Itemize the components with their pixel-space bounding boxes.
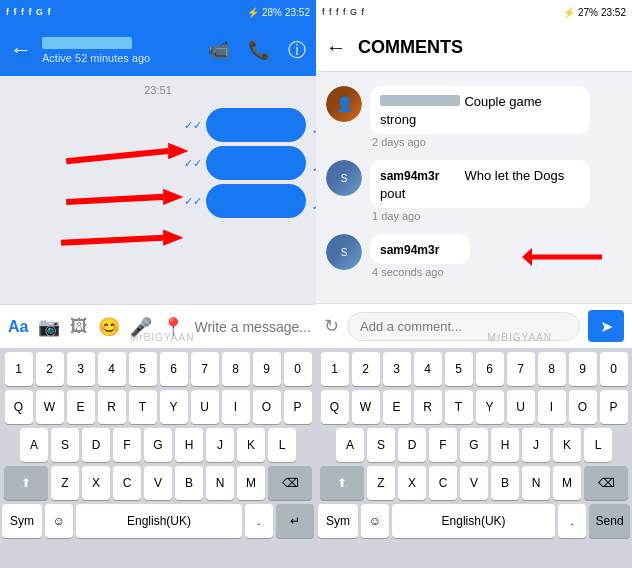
r-key-b[interactable]: B — [491, 466, 519, 500]
comment-refresh-icon[interactable]: ↻ — [324, 315, 339, 337]
r-key-e[interactable]: E — [383, 390, 411, 424]
r-key-l[interactable]: L — [584, 428, 612, 462]
key-i[interactable]: I — [222, 390, 250, 424]
r-key-n[interactable]: N — [522, 466, 550, 500]
key-o[interactable]: O — [253, 390, 281, 424]
send-button[interactable]: ➤ — [588, 310, 624, 342]
r-key-i[interactable]: I — [538, 390, 566, 424]
aa-button[interactable]: Aa — [8, 318, 28, 336]
key-h[interactable]: H — [175, 428, 203, 462]
key-c[interactable]: C — [113, 466, 141, 500]
key-q[interactable]: Q — [5, 390, 33, 424]
delete-key[interactable]: ⌫ — [268, 466, 312, 500]
r-key-m[interactable]: M — [553, 466, 581, 500]
photo-icon[interactable]: 🖼 — [70, 316, 88, 337]
key-z[interactable]: Z — [51, 466, 79, 500]
r-send-key[interactable]: Send — [589, 504, 630, 538]
r-key-a[interactable]: A — [336, 428, 364, 462]
r-sym-key[interactable]: Sym — [318, 504, 358, 538]
emoji-icon[interactable]: 😊 — [98, 316, 120, 338]
key-t[interactable]: T — [129, 390, 157, 424]
key-b[interactable]: B — [175, 466, 203, 500]
r-key-y[interactable]: Y — [476, 390, 504, 424]
r-key-q[interactable]: Q — [321, 390, 349, 424]
space-key[interactable]: English(UK) — [76, 504, 242, 538]
r-key-f[interactable]: F — [429, 428, 457, 462]
r-key-3[interactable]: 3 — [383, 352, 411, 386]
key-3[interactable]: 3 — [67, 352, 95, 386]
key-5[interactable]: 5 — [129, 352, 157, 386]
message-input-field[interactable] — [194, 319, 316, 335]
key-n[interactable]: N — [206, 466, 234, 500]
key-2[interactable]: 2 — [36, 352, 64, 386]
key-k[interactable]: K — [237, 428, 265, 462]
key-r[interactable]: R — [98, 390, 126, 424]
key-f[interactable]: F — [113, 428, 141, 462]
r-key-h[interactable]: H — [491, 428, 519, 462]
r-key-c[interactable]: C — [429, 466, 457, 500]
key-y[interactable]: Y — [160, 390, 188, 424]
r-key-1[interactable]: 1 — [321, 352, 349, 386]
video-call-icon[interactable]: 📹 — [208, 39, 230, 61]
r-key-p[interactable]: P — [600, 390, 628, 424]
r-key-6[interactable]: 6 — [476, 352, 504, 386]
r-key-o[interactable]: O — [569, 390, 597, 424]
r-shift-key[interactable]: ⬆ — [320, 466, 364, 500]
key-v[interactable]: V — [144, 466, 172, 500]
back-button-left[interactable]: ← — [10, 37, 32, 63]
status-bar-right: f f f f G f ⚡ 27% 23:52 — [316, 0, 632, 24]
back-button-right[interactable]: ← — [326, 36, 346, 59]
r-key-9[interactable]: 9 — [569, 352, 597, 386]
r-key-8[interactable]: 8 — [538, 352, 566, 386]
key-6[interactable]: 6 — [160, 352, 188, 386]
key-1[interactable]: 1 — [5, 352, 33, 386]
r-key-v[interactable]: V — [460, 466, 488, 500]
r-key-2[interactable]: 2 — [352, 352, 380, 386]
r-key-x[interactable]: X — [398, 466, 426, 500]
key-0[interactable]: 0 — [284, 352, 312, 386]
key-e[interactable]: E — [67, 390, 95, 424]
r-key-d[interactable]: D — [398, 428, 426, 462]
key-4[interactable]: 4 — [98, 352, 126, 386]
phone-call-icon[interactable]: 📞 — [248, 39, 270, 61]
key-8[interactable]: 8 — [222, 352, 250, 386]
enter-key[interactable]: ↵ — [276, 504, 314, 538]
emoji-key[interactable]: ☺ — [45, 504, 73, 538]
r-key-r[interactable]: R — [414, 390, 442, 424]
key-p[interactable]: P — [284, 390, 312, 424]
r-key-4[interactable]: 4 — [414, 352, 442, 386]
r-key-s[interactable]: S — [367, 428, 395, 462]
key-9[interactable]: 9 — [253, 352, 281, 386]
key-u[interactable]: U — [191, 390, 219, 424]
r-emoji-key[interactable]: ☺ — [361, 504, 389, 538]
key-7[interactable]: 7 — [191, 352, 219, 386]
key-d[interactable]: D — [82, 428, 110, 462]
r-delete-key[interactable]: ⌫ — [584, 466, 628, 500]
r-key-w[interactable]: W — [352, 390, 380, 424]
r-key-0[interactable]: 0 — [600, 352, 628, 386]
sym-key[interactable]: Sym — [2, 504, 42, 538]
r-key-5[interactable]: 5 — [445, 352, 473, 386]
key-s[interactable]: S — [51, 428, 79, 462]
key-w[interactable]: W — [36, 390, 64, 424]
camera-icon[interactable]: 📷 — [38, 316, 60, 338]
r-key-u[interactable]: U — [507, 390, 535, 424]
shift-key[interactable]: ⬆ — [4, 466, 48, 500]
kb-bottom-row: Sym ☺ English(UK) . ↵ — [2, 504, 314, 538]
r-space-key[interactable]: English(UK) — [392, 504, 555, 538]
key-g[interactable]: G — [144, 428, 172, 462]
key-m[interactable]: M — [237, 466, 265, 500]
key-l[interactable]: L — [268, 428, 296, 462]
period-key[interactable]: . — [245, 504, 273, 538]
key-x[interactable]: X — [82, 466, 110, 500]
info-icon[interactable]: ⓘ — [288, 38, 306, 62]
r-period-key[interactable]: . — [558, 504, 586, 538]
r-key-z[interactable]: Z — [367, 466, 395, 500]
key-j[interactable]: J — [206, 428, 234, 462]
r-key-7[interactable]: 7 — [507, 352, 535, 386]
r-key-g[interactable]: G — [460, 428, 488, 462]
r-key-j[interactable]: J — [522, 428, 550, 462]
r-key-k[interactable]: K — [553, 428, 581, 462]
key-a[interactable]: A — [20, 428, 48, 462]
r-key-t[interactable]: T — [445, 390, 473, 424]
